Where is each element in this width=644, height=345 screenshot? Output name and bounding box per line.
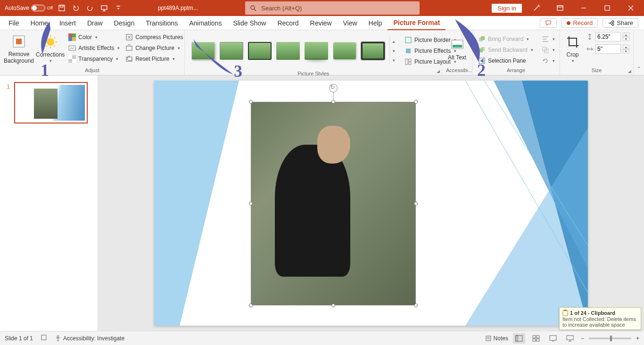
autosave-toggle[interactable]: AutoSave Off: [5, 5, 53, 11]
pen-icon[interactable]: [527, 1, 546, 15]
zoom-slider[interactable]: [589, 337, 631, 339]
macros-icon[interactable]: [41, 334, 47, 342]
record-button[interactable]: Record: [561, 18, 598, 28]
view-reading-button[interactable]: [547, 333, 559, 344]
thumbnail-number: 1: [7, 83, 10, 90]
width-spinner[interactable]: ▴▾: [623, 45, 629, 53]
tab-transitions[interactable]: Transitions: [140, 16, 183, 30]
svg-rect-26: [409, 59, 411, 61]
change-picture-button[interactable]: Change Picture▾: [124, 43, 185, 53]
autosave-label: AutoSave: [5, 5, 29, 11]
style-thumb-3[interactable]: [248, 42, 272, 60]
size-dialog-launcher[interactable]: ◢: [627, 68, 632, 74]
status-bar: Slide 1 of 1 Accessibility: Investigate …: [0, 331, 644, 345]
gallery-more-button[interactable]: ▴▾▾: [389, 37, 398, 65]
zoom-in-button[interactable]: +: [636, 335, 639, 342]
minimize-icon[interactable]: [574, 1, 593, 15]
styles-dialog-launcher[interactable]: ◢: [435, 68, 441, 74]
redo-icon[interactable]: [85, 3, 95, 13]
slide[interactable]: [154, 81, 588, 326]
artistic-effects-button[interactable]: Artistic Effects▾: [66, 43, 122, 53]
tab-view[interactable]: View: [338, 16, 363, 30]
clipboard-title: 1 of 24 - Clipboard: [570, 310, 615, 316]
style-thumb-5[interactable]: [305, 42, 328, 60]
notes-button[interactable]: Notes: [485, 335, 508, 342]
picture-styles-gallery[interactable]: ▴▾▾: [189, 32, 401, 70]
view-slideshow-button[interactable]: [564, 333, 576, 344]
collapse-ribbon-button[interactable]: ⌃: [634, 30, 644, 75]
compress-pictures-button[interactable]: Compress Pictures: [124, 32, 185, 42]
transparency-button[interactable]: Transparency▾: [66, 54, 122, 64]
zoom-out-button[interactable]: −: [581, 335, 584, 342]
view-normal-button[interactable]: [513, 333, 525, 344]
maximize-icon[interactable]: [598, 1, 617, 15]
tab-draw[interactable]: Draw: [82, 16, 108, 30]
alt-text-button[interactable]: Alt Text: [446, 32, 468, 66]
slide-canvas-area: [98, 75, 644, 331]
tab-animations[interactable]: Animations: [183, 16, 227, 30]
height-spinner[interactable]: ▴▾: [623, 33, 629, 41]
crop-button[interactable]: Crop▾: [564, 32, 581, 66]
svg-rect-50: [537, 336, 539, 338]
corrections-button[interactable]: Corrections ▾: [36, 32, 65, 66]
save-icon[interactable]: [57, 3, 67, 13]
selected-picture[interactable]: [251, 102, 416, 305]
style-thumb-7[interactable]: [361, 42, 385, 60]
corrections-icon: [43, 34, 58, 49]
align-button[interactable]: ▾: [540, 34, 557, 44]
resize-handle-s[interactable]: [331, 304, 335, 307]
reset-picture-button[interactable]: Reset Picture▾: [124, 54, 185, 64]
accessibility-status[interactable]: Accessibility: Investigate: [55, 335, 124, 342]
sign-in-button[interactable]: Sign in: [491, 3, 522, 13]
ribbon-display-icon[interactable]: [551, 1, 570, 15]
title-bar: AutoSave Off ppt489A.pptm... Search (Alt…: [0, 0, 644, 16]
tab-insert[interactable]: Insert: [54, 16, 82, 30]
resize-handle-e[interactable]: [414, 202, 418, 205]
present-icon[interactable]: [99, 3, 109, 13]
clipboard-popup[interactable]: 1 of 24 - Clipboard Item not Collected: …: [559, 307, 641, 330]
rotate-button[interactable]: ▾: [540, 56, 557, 66]
search-box[interactable]: Search (Alt+Q): [245, 1, 420, 15]
remove-background-button[interactable]: Remove Background: [4, 32, 34, 66]
style-thumb-6[interactable]: [333, 42, 356, 60]
tab-review[interactable]: Review: [305, 16, 338, 30]
resize-handle-se[interactable]: [414, 304, 418, 307]
share-button[interactable]: Share: [603, 18, 638, 28]
svg-rect-6: [605, 6, 610, 10]
tab-record[interactable]: Record: [272, 16, 304, 30]
color-button[interactable]: Color▾: [66, 32, 122, 42]
svg-rect-4: [557, 6, 563, 10]
resize-handle-sw[interactable]: [249, 304, 253, 307]
view-sorter-button[interactable]: [530, 333, 542, 344]
width-input[interactable]: [595, 44, 621, 54]
group-button[interactable]: ▾: [540, 45, 557, 55]
resize-handle-ne[interactable]: [414, 100, 418, 104]
send-backward-button[interactable]: Send Backward▾: [476, 45, 535, 55]
height-input[interactable]: [595, 32, 621, 41]
bring-forward-button[interactable]: Bring Forward▾: [476, 34, 535, 44]
undo-icon[interactable]: [71, 3, 81, 13]
resize-handle-n[interactable]: [331, 100, 335, 104]
slide-thumbnail-panel: [0, 75, 98, 331]
resize-handle-nw[interactable]: [249, 100, 253, 104]
tab-picture-format[interactable]: Picture Format: [388, 16, 446, 30]
tab-home[interactable]: Home: [25, 16, 54, 30]
selection-pane-button[interactable]: Selection Pane: [476, 56, 535, 66]
rotation-handle[interactable]: [329, 84, 338, 92]
slide-thumbnail-1[interactable]: [14, 82, 88, 123]
tab-design[interactable]: Design: [108, 16, 140, 30]
tab-slideshow[interactable]: Slide Show: [227, 16, 272, 30]
qat-more-icon[interactable]: [113, 3, 124, 13]
svg-rect-52: [537, 339, 539, 341]
style-thumb-2[interactable]: [220, 42, 243, 60]
style-thumb-1[interactable]: [191, 42, 215, 60]
tab-file[interactable]: File: [3, 16, 25, 30]
svg-rect-46: [486, 336, 491, 341]
resize-handle-w[interactable]: [249, 202, 253, 205]
comments-button[interactable]: [540, 18, 557, 28]
style-thumb-4[interactable]: [276, 42, 300, 60]
close-icon[interactable]: [621, 1, 640, 15]
autosave-pill[interactable]: [31, 5, 45, 11]
slide-counter[interactable]: Slide 1 of 1: [5, 335, 33, 342]
tab-help[interactable]: Help: [363, 16, 388, 30]
